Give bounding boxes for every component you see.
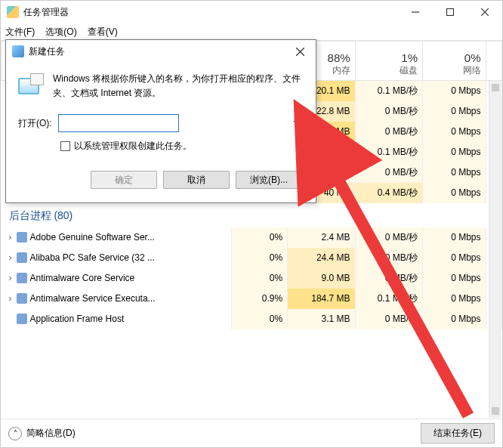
window-title: 任务管理器 <box>23 6 69 19</box>
maximize-button[interactable] <box>433 1 468 23</box>
admin-label: 以系统管理权限创建此任务。 <box>74 140 192 153</box>
admin-checkbox[interactable] <box>60 141 70 151</box>
dialog-title: 新建任务 <box>29 45 65 58</box>
open-input[interactable] <box>58 114 179 132</box>
end-task-button[interactable]: 结束任务(E) <box>421 423 495 443</box>
close-button[interactable] <box>468 1 502 23</box>
minimize-button[interactable] <box>398 1 433 23</box>
menu-file[interactable]: 文件(F) <box>5 26 35 39</box>
menu-view[interactable]: 查看(V) <box>88 26 118 39</box>
dialog-description: Windows 将根据你所键入的名称，为你打开相应的程序、文件夹、文档或 Int… <box>53 72 304 100</box>
brief-toggle-icon[interactable]: ˄ <box>8 427 22 440</box>
process-icon <box>17 252 27 263</box>
brief-info-link[interactable]: 简略信息(D) <box>26 427 76 440</box>
run-icon <box>18 73 44 94</box>
main-titlebar[interactable]: 任务管理器 <box>1 1 502 23</box>
browse-button[interactable]: 浏览(B)... <box>236 171 302 189</box>
section-header: 后台进程 (80) <box>2 203 502 227</box>
col-disk[interactable]: 1%磁盘 <box>355 42 422 81</box>
process-icon <box>17 314 27 324</box>
open-label: 打开(O): <box>18 117 52 130</box>
cancel-button[interactable]: 取消 <box>163 171 230 189</box>
table-row[interactable]: Application Frame Host 0% 3.1 MB 0 MB/秒 … <box>2 309 502 329</box>
dialog-titlebar[interactable]: 新建任务 <box>6 40 316 63</box>
ok-button[interactable]: 确定 <box>91 171 157 189</box>
menubar: 文件(F) 选项(O) 查看(V) <box>1 23 502 40</box>
table-row[interactable]: ›Adobe Genuine Software Ser... 0% 2.4 MB… <box>2 227 502 248</box>
menu-options[interactable]: 选项(O) <box>45 26 76 39</box>
vertical-scrollbar[interactable] <box>489 81 501 418</box>
table-row[interactable]: ›Antimalware Service Executa... 0.9% 184… <box>2 289 502 309</box>
table-row[interactable]: ›Alibaba PC Safe Service (32 ... 0% 24.4… <box>2 248 502 268</box>
run-dialog-icon <box>12 45 24 57</box>
col-network[interactable]: 0%网络 <box>423 42 486 81</box>
process-icon <box>17 273 27 283</box>
process-icon <box>17 293 27 304</box>
footer: ˄ 简略信息(D) 结束任务(E) <box>1 419 502 447</box>
taskmgr-icon <box>7 6 19 18</box>
svg-rect-0 <box>447 9 454 16</box>
dialog-close-button[interactable] <box>284 40 316 63</box>
new-task-dialog: 新建任务 Windows 将根据你所键入的名称，为你打开相应的程序、文件夹、文档… <box>5 39 316 203</box>
process-icon <box>17 232 27 243</box>
table-row[interactable]: ›Antimalware Core Service 0% 9.0 MB 0 MB… <box>2 268 502 289</box>
